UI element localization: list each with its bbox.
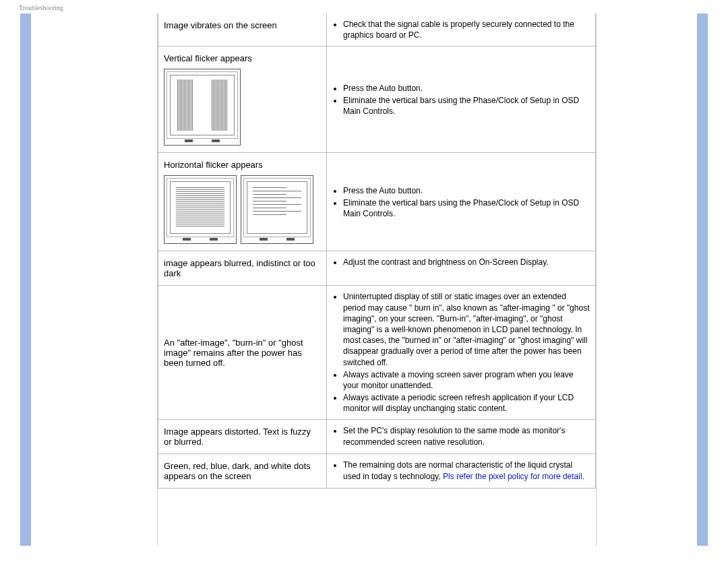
table-row: Image vibrates on the screen Check that … (158, 13, 596, 46)
list-item: Uninterrupted display of still or static… (343, 291, 590, 367)
issue-cell: Green, red, blue, dark, and white dots a… (158, 454, 327, 489)
solution-list: Press the Auto button. Eliminate the ver… (343, 185, 590, 220)
table-row: An "after-image", "burn-in" or "ghost im… (158, 286, 596, 420)
monitor-icon (241, 175, 313, 244)
table-row: Horizontal flicker appears (158, 153, 596, 251)
table-row: image appears blurred, indistinct or too… (158, 251, 596, 286)
solution-cell: The remaining dots are normal characteri… (327, 454, 596, 489)
solution-cell: Uninterrupted display of still or static… (327, 286, 596, 420)
page-body: Image vibrates on the screen Check that … (20, 13, 708, 546)
table-row: Image appears distorted. Text is fuzzy o… (158, 420, 596, 454)
solution-cell: Check that the signal cable is properly … (327, 13, 596, 46)
issue-label: Horizontal flicker appears (164, 160, 263, 170)
issue-cell: An "after-image", "burn-in" or "ghost im… (158, 286, 327, 420)
vertical-flicker-illustration (164, 69, 321, 146)
monitor-icon (164, 69, 241, 146)
list-item: Check that the signal cable is properly … (343, 19, 590, 40)
monitor-icon (164, 175, 237, 244)
issue-cell: Image vibrates on the screen (158, 13, 327, 46)
table-row: Green, red, blue, dark, and white dots a… (158, 454, 596, 489)
issue-cell: Horizontal flicker appears (158, 153, 327, 251)
list-item: The remaining dots are normal characteri… (343, 460, 590, 481)
pixel-policy-link[interactable]: Pls refer the pixel policy for more deta… (443, 472, 584, 481)
issue-cell: Image appears distorted. Text is fuzzy o… (158, 420, 327, 454)
solution-list: Set the PC's display resolution to the s… (343, 425, 590, 447)
solution-list: Uninterrupted display of still or static… (343, 291, 590, 414)
list-item: Eliminate the vertical bars using the Ph… (343, 197, 590, 219)
solution-list: Adjust the contrast and brightness on On… (343, 257, 590, 268)
list-item: Press the Auto button. (343, 83, 590, 94)
right-blue-bar (697, 13, 708, 546)
solution-cell: Set the PC's display resolution to the s… (327, 420, 596, 454)
list-item: Press the Auto button. (343, 185, 590, 196)
list-item: Always activate a periodic screen refres… (343, 392, 590, 414)
left-nav-spacer (31, 13, 158, 546)
page-header-label: Troubleshooting (19, 4, 63, 11)
list-item: Always activate a moving screen saver pr… (343, 369, 590, 391)
troubleshooting-table: Image vibrates on the screen Check that … (158, 13, 596, 489)
solution-cell: Press the Auto button. Eliminate the ver… (327, 153, 596, 251)
solution-list: The remaining dots are normal characteri… (343, 460, 590, 481)
solution-cell: Press the Auto button. Eliminate the ver… (327, 46, 596, 153)
issue-label: Vertical flicker appears (164, 53, 252, 63)
right-spacer (596, 13, 697, 546)
issue-cell: image appears blurred, indistinct or too… (158, 251, 327, 286)
table-row: Vertical flicker appears (158, 46, 596, 153)
solution-list: Press the Auto button. Eliminate the ver… (343, 83, 590, 117)
horizontal-flicker-illustration (164, 175, 321, 244)
solution-cell: Adjust the contrast and brightness on On… (327, 251, 596, 286)
list-item: Eliminate the vertical bars using the Ph… (343, 95, 590, 117)
solution-list: Check that the signal cable is properly … (343, 19, 590, 40)
left-blue-bar (20, 13, 31, 546)
content-area: Image vibrates on the screen Check that … (158, 13, 596, 546)
issue-cell: Vertical flicker appears (158, 46, 327, 153)
list-item: Adjust the contrast and brightness on On… (343, 257, 590, 268)
list-item: Set the PC's display resolution to the s… (343, 425, 590, 447)
